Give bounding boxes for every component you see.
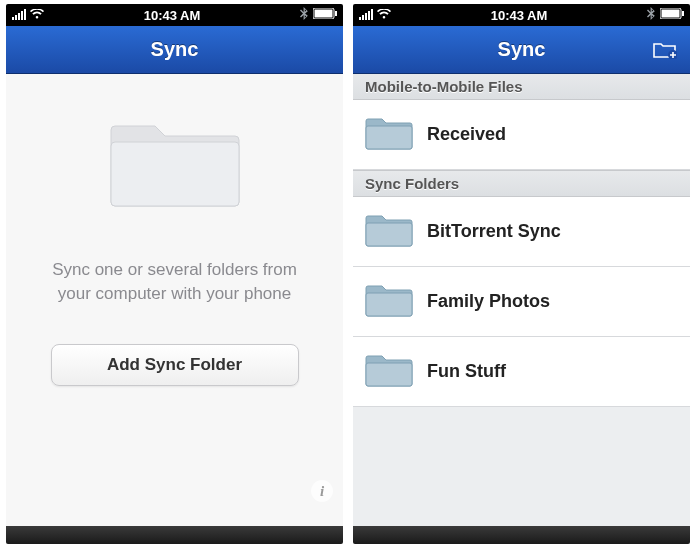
bluetooth-icon [300, 7, 308, 23]
folder-row-label: Fun Stuff [427, 361, 506, 382]
phone-screen-empty: 10:43 AM Sync Sync one or several folder… [6, 4, 343, 544]
folder-row-label: Received [427, 124, 506, 145]
folder-row-label: Family Photos [427, 291, 550, 312]
bottom-strip [353, 526, 690, 544]
wifi-icon [377, 8, 391, 22]
svg-rect-8 [366, 126, 412, 149]
folder-row-fun-stuff[interactable]: Fun Stuff [353, 337, 690, 407]
add-sync-folder-button[interactable]: Add Sync Folder [51, 344, 299, 386]
nav-title: Sync [151, 38, 199, 61]
svg-rect-1 [315, 10, 333, 18]
folder-row-label: BitTorrent Sync [427, 221, 561, 242]
signal-icon [359, 10, 373, 20]
folder-row-family-photos[interactable]: Family Photos [353, 267, 690, 337]
svg-rect-5 [662, 10, 680, 18]
bottom-strip [6, 526, 343, 544]
nav-title: Sync [498, 38, 546, 61]
svg-rect-2 [335, 11, 337, 16]
folder-placeholder-icon [109, 112, 241, 216]
folder-icon [365, 114, 413, 156]
nav-bar: Sync [6, 26, 343, 74]
folder-list: Mobile-to-Mobile Files Received Sync Fol… [353, 74, 690, 526]
empty-state-text: Sync one or several folders from your co… [6, 258, 343, 306]
info-icon[interactable]: i [311, 480, 333, 502]
status-bar: 10:43 AM [6, 4, 343, 26]
signal-icon [12, 10, 26, 20]
svg-rect-3 [111, 142, 239, 206]
status-time: 10:43 AM [391, 8, 647, 23]
battery-icon [660, 8, 684, 22]
folder-row-bittorrent-sync[interactable]: BitTorrent Sync [353, 197, 690, 267]
add-folder-nav-button[interactable] [648, 36, 682, 64]
bluetooth-icon [647, 7, 655, 23]
svg-rect-11 [366, 363, 412, 386]
battery-icon [313, 8, 337, 22]
phone-screen-list: 10:43 AM Sync Mobile-to-Mobile Files [353, 4, 690, 544]
empty-state: Sync one or several folders from your co… [6, 74, 343, 526]
status-bar: 10:43 AM [353, 4, 690, 26]
section-header-folders: Sync Folders [353, 170, 690, 197]
nav-bar: Sync [353, 26, 690, 74]
svg-rect-9 [366, 223, 412, 246]
folder-icon [365, 211, 413, 253]
svg-rect-10 [366, 293, 412, 316]
add-folder-icon [653, 41, 677, 59]
svg-rect-6 [682, 11, 684, 16]
section-header-mobile: Mobile-to-Mobile Files [353, 74, 690, 100]
folder-row-received[interactable]: Received [353, 100, 690, 170]
folder-icon [365, 281, 413, 323]
status-time: 10:43 AM [44, 8, 300, 23]
folder-icon [365, 351, 413, 393]
wifi-icon [30, 8, 44, 22]
